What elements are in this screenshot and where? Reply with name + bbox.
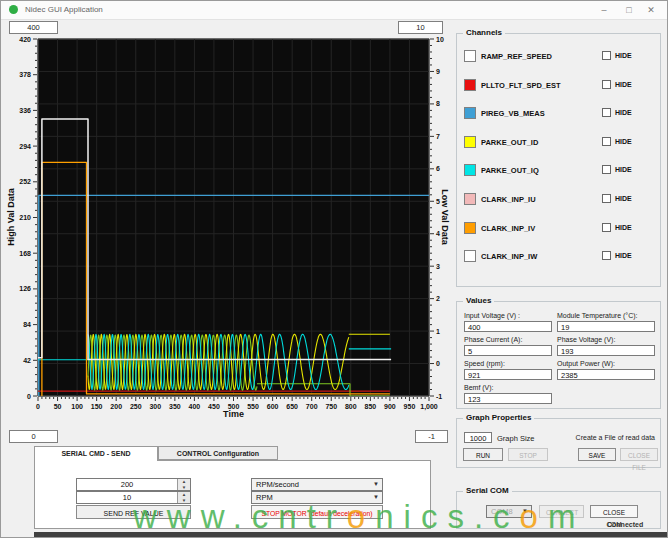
ref-value-field[interactable]: 200 (77, 479, 177, 490)
svg-text:336: 336 (19, 107, 31, 114)
ref-unit-dropdown[interactable]: RPM ▼ (251, 491, 383, 504)
svg-text:168: 168 (19, 250, 31, 257)
connect-button[interactable]: CONNECT (539, 505, 584, 518)
channel-color-swatch (464, 164, 476, 176)
channel-label: CLARK_INP_IU (481, 195, 536, 204)
value-field-input[interactable]: 19 (557, 321, 655, 332)
svg-text:420: 420 (19, 36, 31, 43)
save-button[interactable]: SAVE (578, 448, 616, 461)
right-axis-max-input[interactable]: 10 (398, 21, 443, 34)
com-port-dropdown[interactable]: COM8 ▼ (486, 505, 532, 518)
values-group: Values Input Voltage (V) :400Module Temp… (456, 301, 661, 409)
close-button[interactable]: ✕ (640, 1, 662, 19)
value-field-input[interactable]: 5 (464, 345, 552, 356)
stop-button[interactable]: STOP (508, 448, 548, 461)
svg-text:84: 84 (23, 321, 31, 328)
channel-row-clark_inp_iw: CLARK_INP_IWHIDE (457, 250, 660, 264)
stepper-arrows[interactable]: ▲ ▼ (177, 492, 190, 503)
hide-checkbox[interactable] (602, 223, 611, 232)
ramp-unit-dropdown[interactable]: RPM/second ▼ (251, 478, 383, 491)
right-axis-min-input[interactable]: -1 (415, 430, 448, 443)
file-of-read-data-label: Create a File of read data (552, 434, 655, 441)
hide-label: HIDE (615, 166, 632, 173)
svg-text:9: 9 (436, 68, 440, 75)
hide-checkbox[interactable] (602, 137, 611, 146)
connection-status: Connected (607, 521, 643, 528)
value-field-input[interactable]: 400 (464, 321, 552, 332)
serial-com-title: Serial COM (463, 486, 512, 495)
channel-color-swatch (464, 50, 476, 62)
svg-text:0: 0 (436, 360, 440, 367)
channel-row-pireg_vb_meas: PIREG_VB_MEASHIDE (457, 107, 660, 121)
ref-unit-value: RPM (256, 493, 273, 502)
hide-checkbox[interactable] (602, 108, 611, 117)
channels-group-title: Channels (463, 28, 505, 37)
channel-row-parke_out_iq: PARKE_OUT_IQHIDE (457, 164, 660, 178)
svg-text:252: 252 (19, 178, 31, 185)
tab-control-configuration[interactable]: CONTROL Configuration (158, 446, 278, 460)
plot-area (38, 39, 429, 396)
hide-label: HIDE (615, 81, 632, 88)
app-window: Nidec GUI Application – □ ✕ 050100150200… (0, 0, 668, 538)
value-field-label: Speed (rpm): (464, 360, 505, 367)
close-file-button[interactable]: CLOSE FILE (620, 448, 658, 461)
svg-text:8: 8 (436, 100, 440, 107)
series-CLARK_INP_IV (42, 162, 390, 396)
hide-checkbox[interactable] (602, 80, 611, 89)
value-field-label: Phase Voltage (V): (557, 336, 615, 343)
app-icon (9, 5, 18, 14)
graph-size-label: Graph Size (497, 434, 535, 443)
left-axis-min-input[interactable]: 0 (9, 430, 58, 443)
channel-color-swatch (464, 193, 476, 205)
value-field-label: Output Power (W): (557, 360, 615, 367)
series-PARKE_OUT_ID (88, 334, 390, 389)
chevron-down-icon[interactable]: ▼ (373, 479, 379, 490)
value-field-label: Phase Current (A): (464, 336, 522, 343)
channel-label: PIREG_VB_MEAS (481, 109, 545, 118)
hide-checkbox[interactable] (602, 51, 611, 60)
minimize-button[interactable]: – (593, 1, 615, 19)
svg-text:210: 210 (19, 214, 31, 221)
ramp-value-field[interactable]: 10 (77, 492, 177, 503)
hide-checkbox[interactable] (602, 251, 611, 260)
chevron-down-icon[interactable]: ▼ (373, 492, 379, 503)
channel-label: RAMP_REF_SPEED (481, 52, 552, 61)
chart-canvas: 0501001502002503003504004505005506006507… (1, 1, 453, 433)
stepper-down-icon[interactable]: ▼ (178, 485, 190, 491)
hide-label: HIDE (615, 52, 632, 59)
hide-label: HIDE (615, 224, 632, 231)
run-button[interactable]: RUN (463, 448, 503, 461)
svg-text:1: 1 (436, 328, 440, 335)
left-axis-max-input[interactable]: 400 (9, 21, 58, 34)
hide-checkbox[interactable] (602, 165, 611, 174)
series-CLARK_INP_IW (88, 335, 390, 396)
channel-color-swatch (464, 136, 476, 148)
value-field-input[interactable]: 2385 (557, 369, 655, 380)
title-bar: Nidec GUI Application – □ ✕ (1, 1, 667, 20)
send-ref-value-button[interactable]: SEND REF VALUE (76, 505, 191, 519)
ref-value-stepper[interactable]: 200 ▲ ▼ (76, 478, 191, 491)
svg-text:7: 7 (436, 133, 440, 140)
tab-serial-cmd-send[interactable]: SERIAL CMD - SEND (34, 446, 158, 461)
chevron-down-icon[interactable]: ▼ (522, 506, 528, 517)
hide-label: HIDE (615, 109, 632, 116)
maximize-button[interactable]: □ (618, 1, 640, 19)
close-com-button[interactable]: CLOSE COM (590, 505, 638, 518)
value-field-input[interactable]: 193 (557, 345, 655, 356)
channel-row-clark_inp_iv: CLARK_INP_IVHIDE (457, 222, 660, 236)
value-field-input[interactable]: 921 (464, 369, 552, 380)
channel-row-parke_out_id: PARKE_OUT_IDHIDE (457, 136, 660, 150)
channel-label: CLARK_INP_IV (481, 224, 535, 233)
stepper-down-icon[interactable]: ▼ (178, 498, 190, 504)
stepper-arrows[interactable]: ▲ ▼ (177, 479, 190, 490)
graph-size-input[interactable]: 1000 (464, 432, 492, 443)
value-field-input[interactable]: 123 (464, 393, 552, 404)
series-PIREG_VB_MEAS (39, 195, 429, 396)
svg-text:42: 42 (23, 357, 31, 364)
value-field-label: Bemf (V): (464, 384, 494, 391)
channel-row-clark_inp_iu: CLARK_INP_IUHIDE (457, 193, 660, 207)
ramp-value-stepper[interactable]: 10 ▲ ▼ (76, 491, 191, 504)
stop-motor-button[interactable]: STOP MOTOR (default deceleration) (251, 505, 383, 519)
svg-text:126: 126 (19, 285, 31, 292)
hide-checkbox[interactable] (602, 194, 611, 203)
